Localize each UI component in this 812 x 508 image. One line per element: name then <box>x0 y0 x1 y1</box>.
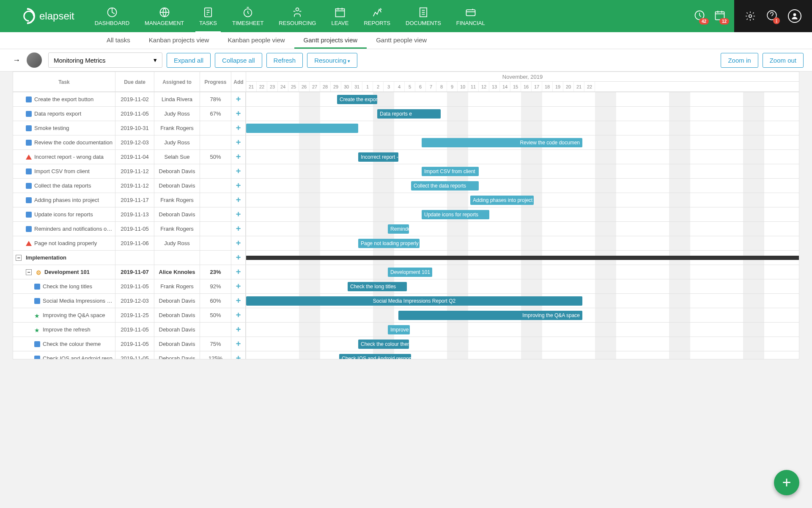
task-row[interactable]: Smoke testing2019-10-31Frank Rogers+ <box>13 121 799 135</box>
nav-financial[interactable]: FINANCIAL <box>449 3 493 30</box>
add-button[interactable]: + <box>231 193 246 207</box>
nav-leave[interactable]: LEAVE <box>324 3 356 30</box>
task-name-cell[interactable]: Adding phases into project <box>13 193 115 207</box>
gantt-bar[interactable]: Incorrect report - w <box>358 152 398 162</box>
add-button[interactable]: + <box>231 323 246 337</box>
gantt-bar[interactable]: Check the long titles <box>348 282 407 291</box>
add-button[interactable]: + <box>231 150 246 164</box>
back-arrow-icon[interactable]: → <box>13 56 20 65</box>
task-row[interactable]: Social Media Impressions Re2019-12-03Deb… <box>13 294 799 308</box>
timeline-cell[interactable] <box>246 121 799 135</box>
col-due-header[interactable]: Due date <box>115 72 154 92</box>
add-button[interactable]: + <box>231 222 246 236</box>
task-row[interactable]: Data reports export2019-11-05Judy Ross67… <box>13 107 799 121</box>
timeline-cell[interactable]: Improving the Q&A space <box>246 308 799 322</box>
col-task-header[interactable]: Task <box>13 72 115 92</box>
task-row[interactable]: Collect the data reports2019-11-12Debora… <box>13 179 799 193</box>
calendar-notification-icon[interactable]: 12 <box>714 9 726 23</box>
gantt-bar[interactable]: Adding phases into project <box>470 196 534 205</box>
add-button[interactable]: + <box>231 279 246 293</box>
gantt-bar[interactable]: Import CSV from client <box>422 167 479 176</box>
timeline-cell[interactable] <box>246 251 799 265</box>
task-row[interactable]: −⚙Development 1012019-11-07Alice Knnoles… <box>13 265 799 279</box>
task-name-cell[interactable]: Check IOS and Android resp <box>13 351 115 359</box>
subtab-all-tasks[interactable]: All tasks <box>97 32 140 49</box>
task-row[interactable]: Check the long titles2019-11-05Frank Rog… <box>13 279 799 294</box>
add-button[interactable]: + <box>231 308 246 322</box>
timeline-cell[interactable]: Social Media Impressions Report Q2 <box>246 294 799 308</box>
gantt-bar[interactable]: Reminde <box>388 224 409 234</box>
expand-all-button[interactable]: Expand all <box>167 53 211 68</box>
task-row[interactable]: Create the export button2019-11-02Linda … <box>13 92 799 107</box>
task-name-cell[interactable]: Create the export button <box>13 92 115 106</box>
task-row[interactable]: ★Improve the refresh2019-11-05Deborah Da… <box>13 323 799 337</box>
refresh-button[interactable]: Refresh <box>266 53 303 68</box>
timeline-cell[interactable]: Check the long titles <box>246 279 799 293</box>
task-name-cell[interactable]: ★Improving the Q&A space <box>13 308 115 322</box>
add-button[interactable]: + <box>231 121 246 135</box>
task-name-cell[interactable]: Data reports export <box>13 107 115 121</box>
subtab-gantt-projects-view[interactable]: Gantt projects view <box>294 32 367 49</box>
task-row[interactable]: Check the colour theme2019-11-05Deborah … <box>13 337 799 351</box>
tree-toggle-icon[interactable]: − <box>26 269 32 275</box>
nav-timesheet[interactable]: TIMESHEET <box>225 3 271 30</box>
task-name-cell[interactable]: −Implementation <box>13 251 115 265</box>
logo[interactable]: elapseit <box>0 8 87 24</box>
collapse-all-button[interactable]: Collapse all <box>215 53 262 68</box>
add-button[interactable]: + <box>231 207 246 221</box>
add-button[interactable]: + <box>231 351 246 359</box>
add-button[interactable]: + <box>231 251 246 265</box>
col-progress-header[interactable]: Progress <box>200 72 231 92</box>
task-name-cell[interactable]: Page not loading properly <box>13 236 115 250</box>
nav-dashboard[interactable]: DASHBOARD <box>87 3 137 30</box>
nav-tasks[interactable]: TASKS <box>192 3 225 30</box>
timeline-cell[interactable]: Development 101 <box>246 265 799 279</box>
task-name-cell[interactable]: Check the long titles <box>13 279 115 293</box>
gantt-bar[interactable]: Social Media Impressions Report Q2 <box>246 296 582 306</box>
help-icon[interactable]: 1 <box>766 10 777 22</box>
timeline-cell[interactable]: Reminde <box>246 222 799 236</box>
task-row[interactable]: Check IOS and Android resp2019-11-05Debo… <box>13 351 799 359</box>
timeline-cell[interactable]: Review the code documen <box>246 135 799 149</box>
task-name-cell[interactable]: Collect the data reports <box>13 179 115 193</box>
timeline-cell[interactable]: Check the colour them <box>246 337 799 351</box>
task-name-cell[interactable]: Incorrect report - wrong data <box>13 150 115 164</box>
task-name-cell[interactable]: Smoke testing <box>13 121 115 135</box>
task-row[interactable]: Page not loading properly2019-11-06Judy … <box>13 236 799 251</box>
gantt-bar[interactable] <box>246 124 358 133</box>
timeline-cell[interactable]: Check IOS and Android respons <box>246 351 799 359</box>
timeline-cell[interactable]: Data reports e <box>246 107 799 121</box>
nav-resourcing[interactable]: RESOURCING <box>271 3 324 30</box>
subtab-kanban-projects-view[interactable]: Kanban projects view <box>140 32 219 49</box>
task-name-cell[interactable]: Import CSV from client <box>13 164 115 178</box>
gantt-bar[interactable]: Check the colour them <box>358 340 409 349</box>
gantt-bar[interactable]: Create the export b <box>337 95 377 104</box>
timeline-cell[interactable]: Incorrect report - w <box>246 150 799 164</box>
user-avatar-icon[interactable] <box>788 9 801 23</box>
nav-management[interactable]: MANAGEMENT <box>137 3 192 30</box>
gantt-bar[interactable]: Development 101 <box>388 268 432 277</box>
add-button[interactable]: + <box>231 92 246 106</box>
gantt-bar[interactable]: Update icons for reports <box>422 210 489 219</box>
add-button[interactable]: + <box>231 164 246 178</box>
col-assigned-header[interactable]: Assigned to <box>154 72 200 92</box>
clock-notification-icon[interactable]: 42 <box>694 9 705 23</box>
project-avatar[interactable] <box>27 52 42 68</box>
task-row[interactable]: −Implementation+ <box>13 251 799 265</box>
gantt-bar[interactable]: Review the code documen <box>422 138 582 147</box>
project-select[interactable]: Monitoring Metrics ▾ <box>48 52 162 68</box>
add-button[interactable]: + <box>231 107 246 121</box>
task-row[interactable]: Adding phases into project2019-11-17Fran… <box>13 193 799 207</box>
task-row[interactable]: Import CSV from client2019-11-12Deborah … <box>13 164 799 179</box>
task-name-cell[interactable]: Review the code documentation <box>13 135 115 149</box>
subtab-kanban-people-view[interactable]: Kanban people view <box>218 32 294 49</box>
gantt-bar[interactable]: Improve t <box>388 325 410 334</box>
gantt-bar[interactable]: Check IOS and Android respons <box>339 354 411 359</box>
gear-icon[interactable] <box>745 11 756 22</box>
gantt-bar[interactable]: Page not loading properly <box>358 239 420 248</box>
task-row[interactable]: ★Improving the Q&A space2019-11-25Debora… <box>13 308 799 323</box>
timeline-cell[interactable]: Update icons for reports <box>246 207 799 221</box>
timeline-cell[interactable]: Improve t <box>246 323 799 337</box>
grid-body[interactable]: Create the export button2019-11-02Linda … <box>13 92 799 359</box>
add-button[interactable]: + <box>231 179 246 193</box>
